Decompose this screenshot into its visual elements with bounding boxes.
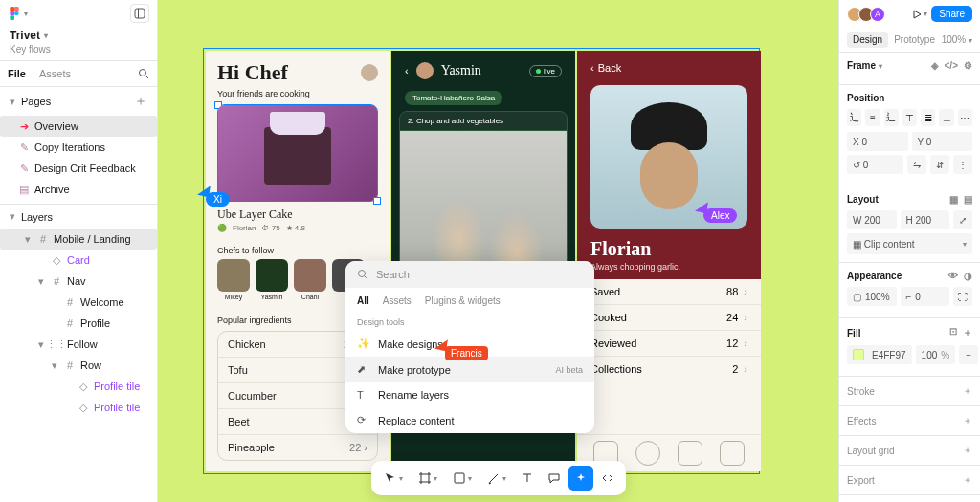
opacity-input[interactable]: ▢100% [847, 287, 897, 306]
position-more-button[interactable]: ⋮ [953, 155, 972, 174]
visibility-icon[interactable]: 👁 [948, 271, 958, 281]
position-y-input[interactable]: Y 0 [912, 132, 973, 151]
add-fill-button[interactable]: ＋ [963, 326, 972, 339]
radius-detail-button[interactable]: ⛶ [953, 287, 972, 306]
popover-section-label: Design tools [345, 314, 594, 331]
layer-item[interactable]: #Welcome [0, 292, 157, 313]
stat-row[interactable]: Cooked24 › [577, 305, 761, 331]
play-icon [912, 10, 922, 19]
radius-input[interactable]: ⌐0 [901, 287, 950, 306]
panel-section-collapsed[interactable]: Export＋ [839, 466, 980, 495]
file-name[interactable]: Trivet▾ [10, 29, 147, 42]
frame-dropdown[interactable]: Frame ▾ [847, 60, 882, 71]
rotation-input[interactable]: ↺ 0 [847, 155, 903, 174]
layer-item[interactable]: ▾#Row [0, 355, 157, 376]
tool-shape[interactable]: ▾ [446, 466, 479, 491]
layer-item[interactable]: ◇Profile tile [0, 397, 157, 418]
fill-styles-icon[interactable]: ⊡ [949, 326, 957, 339]
remove-fill-button[interactable]: − [959, 345, 978, 364]
tool-move[interactable]: ▾ [377, 466, 410, 491]
layer-item[interactable]: ▾#Mobile / Landing [0, 229, 157, 250]
popover-tab[interactable]: All [357, 295, 369, 306]
stat-row[interactable]: Saved88 › [577, 279, 761, 305]
popover-tab[interactable]: Assets [383, 295, 412, 306]
align-hcenter-button[interactable]: ≡ [865, 109, 880, 126]
tool-text[interactable] [515, 466, 540, 491]
add-page-button[interactable]: ＋ [134, 93, 147, 110]
toggle-panels-button[interactable] [130, 4, 149, 23]
flip-h-button[interactable]: ⇋ [907, 155, 926, 174]
stat-row[interactable]: Collections2 › [577, 357, 761, 382]
page-item[interactable]: ▤Archive [0, 179, 157, 200]
position-x-input[interactable]: X 0 [847, 132, 908, 151]
zoom-dropdown[interactable]: 100% ▾ [942, 34, 972, 45]
search-file-button[interactable] [138, 68, 149, 79]
layer-item[interactable]: #Profile [0, 313, 157, 334]
tool-pen[interactable]: ▾ [480, 466, 513, 491]
tool-frame[interactable]: ▾ [412, 466, 444, 491]
tool-comment[interactable] [542, 466, 567, 491]
tool-actions[interactable] [568, 466, 593, 491]
collaborator-avatars[interactable]: A [847, 7, 885, 22]
panel-section-collapsed[interactable]: Layout grid＋ [839, 436, 980, 466]
canvas[interactable]: Hi Chef Your friends are cooking Ube Lay… [158, 0, 838, 502]
panel-section-collapsed[interactable]: Stroke＋ [839, 377, 980, 406]
pages-header[interactable]: ▾Pages ＋ [0, 87, 157, 116]
popover-search-input[interactable]: Search [345, 261, 594, 288]
layer-item[interactable]: ▾#Nav [0, 271, 157, 292]
tab-search-icon[interactable] [635, 441, 660, 466]
fill-color-input[interactable]: E4FF97 [847, 345, 912, 364]
chef-tile[interactable]: Charli [294, 259, 326, 300]
height-input[interactable]: H 200 [901, 210, 950, 229]
align-left-button[interactable]: ⻌ [847, 109, 861, 126]
layer-item[interactable]: ▾⋮⋮Follow [0, 334, 157, 355]
page-item[interactable]: ✎Design Crit Feedback [0, 158, 157, 179]
recipe-card-selected[interactable] [217, 104, 378, 202]
code-icon[interactable]: </> [945, 60, 958, 71]
code-icon [601, 471, 614, 485]
flip-v-button[interactable]: ⇵ [930, 155, 949, 174]
svg-point-9 [359, 271, 366, 277]
blend-icon[interactable]: ◑ [964, 271, 972, 281]
tool-devmode[interactable] [595, 466, 620, 491]
present-button[interactable]: ▾ [912, 10, 927, 19]
settings-icon[interactable]: ⚙ [964, 60, 972, 71]
panel-section-collapsed[interactable]: Effects＋ [839, 406, 980, 436]
align-top-button[interactable]: ⊤ [902, 109, 917, 126]
autolayout-tidy-icon[interactable]: ◈ [931, 60, 939, 71]
autolayout-icon[interactable]: ▦ [949, 194, 958, 205]
align-more-button[interactable]: ⋯ [958, 109, 972, 126]
fill-opacity-input[interactable]: 100% [916, 345, 956, 364]
align-right-button[interactable]: ⻍ [884, 109, 899, 126]
layer-item[interactable]: ◇Profile tile [0, 376, 157, 397]
popover-tab[interactable]: Plugins & widgets [425, 295, 501, 306]
tab-design[interactable]: Design [847, 32, 888, 48]
chef-tile[interactable]: Yasmin [256, 259, 288, 300]
frame-profile[interactable]: ‹ Back Florian Always chopping garlic. S… [577, 51, 761, 471]
popover-action[interactable]: ⬈Make prototypeAI beta [345, 357, 594, 382]
figma-menu[interactable]: ▾ [8, 7, 28, 20]
width-input[interactable]: W 200 [847, 210, 897, 229]
popover-action[interactable]: ⟳Replace content [345, 407, 594, 433]
layers-header[interactable]: ▾Layers [0, 204, 157, 229]
profile-tagline: Always chopping garlic. [590, 262, 747, 272]
page-item[interactable]: ✎Copy Iterations [0, 137, 157, 158]
tab-prototype[interactable]: Prototype [888, 32, 941, 48]
back-button[interactable]: ‹ Back [577, 51, 761, 85]
align-vcenter-button[interactable]: ≣ [921, 109, 935, 126]
tab-chef-icon[interactable] [720, 441, 745, 466]
grid-icon[interactable]: ▤ [964, 194, 972, 205]
tab-file[interactable]: File [8, 68, 26, 79]
page-item[interactable]: ➔Overview [0, 116, 157, 137]
clip-content-dropdown[interactable]: ▦ Clip content▾ [847, 233, 972, 254]
stat-row[interactable]: Reviewed12 › [577, 331, 761, 357]
chef-tile[interactable]: Mikey [217, 259, 250, 300]
constrain-button[interactable]: ⤢ [953, 210, 972, 229]
ingredient-row[interactable]: Pineapple22 › [218, 435, 377, 460]
share-button[interactable]: Share [931, 6, 972, 22]
align-bottom-button[interactable]: ⊥ [939, 109, 953, 126]
tab-assets[interactable]: Assets [39, 68, 71, 79]
popover-action[interactable]: TRename layers [345, 382, 594, 407]
layer-item[interactable]: ◇Card [0, 250, 157, 271]
tab-video-icon[interactable] [678, 441, 702, 466]
